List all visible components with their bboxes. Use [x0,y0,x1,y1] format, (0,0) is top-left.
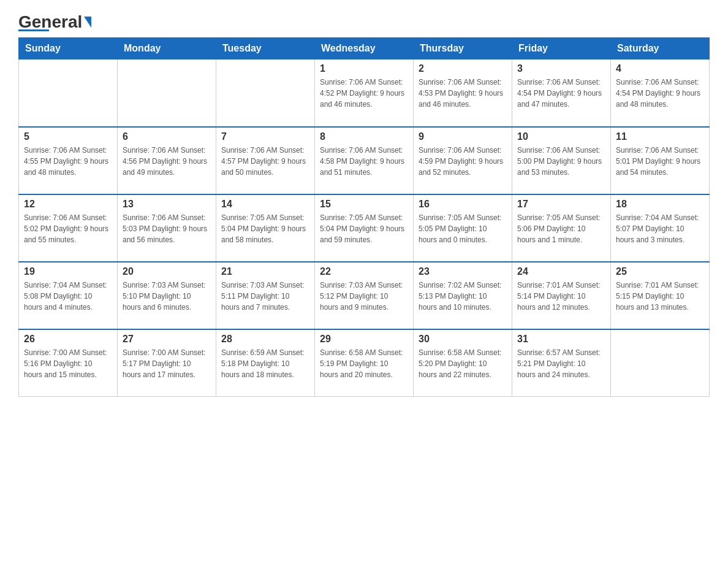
day-info: Sunrise: 7:03 AM Sunset: 5:12 PM Dayligh… [320,280,408,313]
day-number: 2 [419,63,507,74]
calendar-day-cell: 27Sunrise: 7:00 AM Sunset: 5:17 PM Dayli… [118,329,216,397]
day-info: Sunrise: 7:03 AM Sunset: 5:10 PM Dayligh… [123,280,211,313]
day-number: 6 [123,131,211,142]
day-info: Sunrise: 7:05 AM Sunset: 5:04 PM Dayligh… [320,212,408,245]
day-info: Sunrise: 7:00 AM Sunset: 5:17 PM Dayligh… [123,347,211,380]
day-info: Sunrise: 7:06 AM Sunset: 4:59 PM Dayligh… [419,145,507,178]
day-info: Sunrise: 7:06 AM Sunset: 5:03 PM Dayligh… [123,212,211,245]
calendar-week-row: 5Sunrise: 7:06 AM Sunset: 4:55 PM Daylig… [19,127,710,194]
calendar-day-cell: 14Sunrise: 7:05 AM Sunset: 5:04 PM Dayli… [216,194,315,262]
day-number: 12 [24,199,112,210]
logo-triangle-icon [84,17,91,28]
calendar-day-cell: 31Sunrise: 6:57 AM Sunset: 5:21 PM Dayli… [512,329,611,397]
calendar-day-cell: 6Sunrise: 7:06 AM Sunset: 4:56 PM Daylig… [118,127,216,194]
day-number: 9 [419,131,507,142]
calendar-day-cell [216,59,315,127]
day-number: 17 [517,199,605,210]
logo: General [18,12,91,31]
calendar-day-cell: 18Sunrise: 7:04 AM Sunset: 5:07 PM Dayli… [611,194,710,262]
day-info: Sunrise: 7:06 AM Sunset: 4:58 PM Dayligh… [320,145,408,178]
day-info: Sunrise: 7:05 AM Sunset: 5:05 PM Dayligh… [419,212,507,245]
day-number: 14 [221,199,309,210]
day-info: Sunrise: 6:58 AM Sunset: 5:19 PM Dayligh… [320,347,408,380]
day-info: Sunrise: 7:06 AM Sunset: 5:02 PM Dayligh… [24,212,112,245]
calendar-day-cell: 23Sunrise: 7:02 AM Sunset: 5:13 PM Dayli… [414,262,512,329]
day-number: 21 [221,266,309,277]
day-number: 5 [24,131,112,142]
calendar-day-cell: 7Sunrise: 7:06 AM Sunset: 4:57 PM Daylig… [216,127,315,194]
day-info: Sunrise: 7:06 AM Sunset: 4:54 PM Dayligh… [616,77,704,110]
calendar-day-cell: 3Sunrise: 7:06 AM Sunset: 4:54 PM Daylig… [512,59,611,127]
calendar-day-cell: 22Sunrise: 7:03 AM Sunset: 5:12 PM Dayli… [315,262,414,329]
day-number: 10 [517,131,605,142]
day-number: 23 [419,266,507,277]
day-number: 4 [616,63,704,74]
calendar-day-cell: 13Sunrise: 7:06 AM Sunset: 5:03 PM Dayli… [118,194,216,262]
day-info: Sunrise: 7:02 AM Sunset: 5:13 PM Dayligh… [419,280,507,313]
day-number: 15 [320,199,408,210]
day-number: 27 [123,334,211,345]
day-number: 13 [123,199,211,210]
calendar-day-cell [611,329,710,397]
calendar-day-cell: 29Sunrise: 6:58 AM Sunset: 5:19 PM Dayli… [315,329,414,397]
day-number: 3 [517,63,605,74]
calendar-day-cell: 25Sunrise: 7:01 AM Sunset: 5:15 PM Dayli… [611,262,710,329]
day-info: Sunrise: 7:06 AM Sunset: 4:56 PM Dayligh… [123,145,211,178]
calendar-day-cell: 2Sunrise: 7:06 AM Sunset: 4:53 PM Daylig… [414,59,512,127]
calendar-day-cell: 30Sunrise: 6:58 AM Sunset: 5:20 PM Dayli… [414,329,512,397]
calendar-day-cell: 1Sunrise: 7:06 AM Sunset: 4:52 PM Daylig… [315,59,414,127]
calendar-day-cell: 17Sunrise: 7:05 AM Sunset: 5:06 PM Dayli… [512,194,611,262]
calendar-day-cell [118,59,216,127]
day-info: Sunrise: 7:06 AM Sunset: 5:01 PM Dayligh… [616,145,704,178]
weekday-header-wednesday: Wednesday [315,38,414,59]
calendar-week-row: 1Sunrise: 7:06 AM Sunset: 4:52 PM Daylig… [19,59,710,127]
day-number: 7 [221,131,309,142]
weekday-header-sunday: Sunday [19,38,118,59]
day-info: Sunrise: 7:01 AM Sunset: 5:14 PM Dayligh… [517,280,605,313]
day-number: 26 [24,334,112,345]
day-info: Sunrise: 6:59 AM Sunset: 5:18 PM Dayligh… [221,347,309,380]
calendar-day-cell: 11Sunrise: 7:06 AM Sunset: 5:01 PM Dayli… [611,127,710,194]
day-number: 25 [616,266,704,277]
day-info: Sunrise: 7:03 AM Sunset: 5:11 PM Dayligh… [221,280,309,313]
day-info: Sunrise: 7:00 AM Sunset: 5:16 PM Dayligh… [24,347,112,380]
weekday-header-tuesday: Tuesday [216,38,315,59]
weekday-header-thursday: Thursday [414,38,512,59]
weekday-header-friday: Friday [512,38,611,59]
day-info: Sunrise: 7:05 AM Sunset: 5:06 PM Dayligh… [517,212,605,245]
day-info: Sunrise: 7:06 AM Sunset: 5:00 PM Dayligh… [517,145,605,178]
weekday-header-row: SundayMondayTuesdayWednesdayThursdayFrid… [19,38,710,59]
day-number: 29 [320,334,408,345]
day-number: 8 [320,131,408,142]
day-info: Sunrise: 7:01 AM Sunset: 5:15 PM Dayligh… [616,280,704,313]
day-number: 19 [24,266,112,277]
day-number: 20 [123,266,211,277]
calendar-day-cell: 8Sunrise: 7:06 AM Sunset: 4:58 PM Daylig… [315,127,414,194]
calendar-day-cell: 19Sunrise: 7:04 AM Sunset: 5:08 PM Dayli… [19,262,118,329]
calendar-day-cell: 15Sunrise: 7:05 AM Sunset: 5:04 PM Dayli… [315,194,414,262]
weekday-header-monday: Monday [118,38,216,59]
calendar-day-cell: 5Sunrise: 7:06 AM Sunset: 4:55 PM Daylig… [19,127,118,194]
day-number: 24 [517,266,605,277]
logo-underline [18,29,49,31]
day-number: 1 [320,63,408,74]
calendar-day-cell: 10Sunrise: 7:06 AM Sunset: 5:00 PM Dayli… [512,127,611,194]
calendar-day-cell: 28Sunrise: 6:59 AM Sunset: 5:18 PM Dayli… [216,329,315,397]
day-info: Sunrise: 7:05 AM Sunset: 5:04 PM Dayligh… [221,212,309,245]
calendar-day-cell: 12Sunrise: 7:06 AM Sunset: 5:02 PM Dayli… [19,194,118,262]
day-number: 16 [419,199,507,210]
day-number: 28 [221,334,309,345]
day-info: Sunrise: 7:06 AM Sunset: 4:57 PM Dayligh… [221,145,309,178]
day-info: Sunrise: 7:04 AM Sunset: 5:07 PM Dayligh… [616,212,704,245]
day-info: Sunrise: 7:06 AM Sunset: 4:52 PM Dayligh… [320,77,408,110]
calendar-day-cell: 16Sunrise: 7:05 AM Sunset: 5:05 PM Dayli… [414,194,512,262]
calendar-day-cell: 24Sunrise: 7:01 AM Sunset: 5:14 PM Dayli… [512,262,611,329]
calendar-day-cell: 20Sunrise: 7:03 AM Sunset: 5:10 PM Dayli… [118,262,216,329]
day-info: Sunrise: 6:58 AM Sunset: 5:20 PM Dayligh… [419,347,507,380]
calendar-week-row: 12Sunrise: 7:06 AM Sunset: 5:02 PM Dayli… [19,194,710,262]
page-header: General [18,12,710,31]
calendar-day-cell [19,59,118,127]
day-info: Sunrise: 7:06 AM Sunset: 4:53 PM Dayligh… [419,77,507,110]
calendar-day-cell: 26Sunrise: 7:00 AM Sunset: 5:16 PM Dayli… [19,329,118,397]
day-number: 22 [320,266,408,277]
